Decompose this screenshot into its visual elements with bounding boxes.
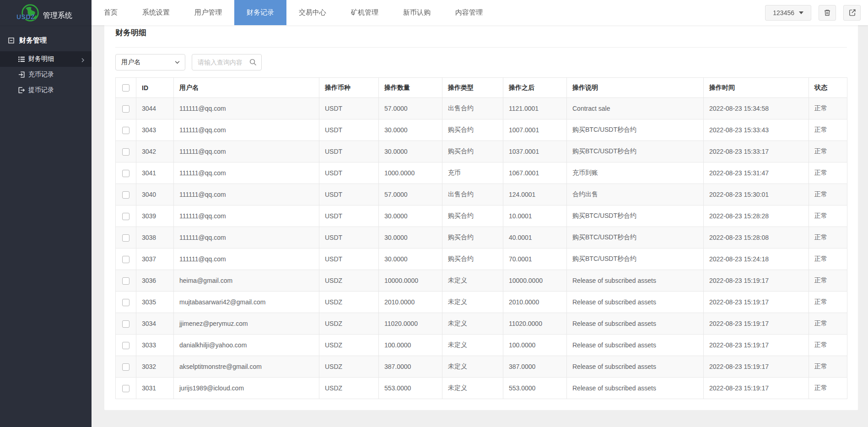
cell-id: 3042 xyxy=(136,141,174,162)
row-checkbox[interactable] xyxy=(122,213,129,220)
cell-description: Release of subscribed assets xyxy=(567,378,704,399)
column-header-status: 状态 xyxy=(809,78,847,98)
nav-item-home[interactable]: 首页 xyxy=(92,0,130,25)
cell-description: Release of subscribed assets xyxy=(567,313,704,335)
export-button[interactable] xyxy=(843,5,861,21)
nav-item-new-coin-subscription[interactable]: 新币认购 xyxy=(391,0,443,25)
cell-username: 111111@qq.com xyxy=(174,249,319,270)
cell-time: 2022-08-23 15:19:17 xyxy=(704,270,809,292)
cell-status: 正常 xyxy=(809,270,847,292)
cell-status: 正常 xyxy=(809,205,847,227)
cell-username: 111111@qq.com xyxy=(174,227,319,249)
row-checkbox[interactable] xyxy=(122,105,129,113)
cell-time: 2022-08-23 15:19:17 xyxy=(704,292,809,313)
row-checkbox-cell xyxy=(116,249,136,270)
nav-item-miner-management[interactable]: 矿机管理 xyxy=(339,0,391,25)
cell-id: 3038 xyxy=(136,227,174,249)
user-dropdown-button[interactable]: 123456 xyxy=(765,5,811,21)
sidebar-item-deposit-records[interactable]: 充币记录 xyxy=(0,67,92,82)
row-checkbox[interactable] xyxy=(122,342,129,349)
cell-status: 正常 xyxy=(809,162,847,184)
cell-status: 正常 xyxy=(809,313,847,335)
logo-text-usdz: USDZ xyxy=(16,13,35,21)
row-checkbox[interactable] xyxy=(122,385,129,392)
cell-description: 购买BTC/USDT秒合约 xyxy=(567,249,704,270)
sidebar: 财务管理 财务明细 充币记录 提币记录 xyxy=(0,25,92,427)
cell-amount: 387.0000 xyxy=(379,356,442,378)
cell-after: 1007.0001 xyxy=(503,119,567,141)
column-header-after: 操作之后 xyxy=(503,78,567,98)
row-checkbox[interactable] xyxy=(122,256,129,263)
sidebar-section-label: 财务管理 xyxy=(19,36,47,45)
nav-item-finance-records[interactable]: 财务记录 xyxy=(234,0,286,25)
cell-amount: 553.0000 xyxy=(379,378,442,399)
cell-coin: USDT xyxy=(319,184,379,205)
cell-username: akselptitmonstre@gmail.com xyxy=(174,356,319,378)
row-checkbox[interactable] xyxy=(122,170,129,177)
cell-id: 3044 xyxy=(136,98,174,119)
cell-amount: 30.0000 xyxy=(379,119,442,141)
nav-item-trade-center[interactable]: 交易中心 xyxy=(286,0,339,25)
nav-item-system-settings[interactable]: 系统设置 xyxy=(130,0,182,25)
row-checkbox[interactable] xyxy=(122,127,129,134)
row-checkbox[interactable] xyxy=(122,299,129,306)
cell-amount: 100.0000 xyxy=(379,335,442,356)
cell-after: 1037.0001 xyxy=(503,141,567,162)
cell-status: 正常 xyxy=(809,119,847,141)
chevron-down-icon xyxy=(175,61,180,64)
cell-coin: USDT xyxy=(319,249,379,270)
nav-item-content-management[interactable]: 内容管理 xyxy=(443,0,495,25)
row-checkbox-cell xyxy=(116,313,136,335)
cell-description: Contract sale xyxy=(567,98,704,119)
cell-username: jurijs1989@icloud.com xyxy=(174,378,319,399)
cell-username: 111111@qq.com xyxy=(174,184,319,205)
row-checkbox[interactable] xyxy=(122,277,129,285)
search-field-select[interactable]: 用户名 xyxy=(115,54,185,70)
cell-status: 正常 xyxy=(809,98,847,119)
cell-description: 购买BTC/USDT秒合约 xyxy=(567,141,704,162)
table-row: 3037111111@qq.comUSDT30.0000购买合约70.0001购… xyxy=(116,249,847,270)
cell-after: 100.0000 xyxy=(503,335,567,356)
sidebar-item-withdraw-records[interactable]: 提币记录 xyxy=(0,82,92,98)
row-checkbox[interactable] xyxy=(122,234,129,242)
cell-after: 10000.0000 xyxy=(503,270,567,292)
cell-coin: USDT xyxy=(319,119,379,141)
cell-after: 124.0001 xyxy=(503,184,567,205)
cell-time: 2022-08-23 15:28:28 xyxy=(704,205,809,227)
row-checkbox-cell xyxy=(116,335,136,356)
column-header-amount: 操作数量 xyxy=(379,78,442,98)
select-all-checkbox[interactable] xyxy=(122,84,129,92)
sidebar-item-label: 充币记录 xyxy=(28,70,54,79)
row-checkbox[interactable] xyxy=(122,363,129,371)
cell-id: 3036 xyxy=(136,270,174,292)
row-checkbox[interactable] xyxy=(122,320,129,328)
cell-description: Release of subscribed assets xyxy=(567,270,704,292)
sidebar-section-finance-management[interactable]: 财务管理 xyxy=(0,25,92,51)
cell-after: 1067.0001 xyxy=(503,162,567,184)
cell-after: 1121.0001 xyxy=(503,98,567,119)
cell-username: 111111@qq.com xyxy=(174,162,319,184)
top-nav: 首页 系统设置 用户管理 财务记录 交易中心 矿机管理 新币认购 内容管理 xyxy=(92,0,495,25)
table-row: 3042111111@qq.comUSDT30.0000购买合约1037.000… xyxy=(116,141,847,162)
cell-coin: USDZ xyxy=(319,356,379,378)
sidebar-item-finance-detail[interactable]: 财务明细 xyxy=(0,51,92,67)
nav-item-user-management[interactable]: 用户管理 xyxy=(182,0,234,25)
cell-coin: USDT xyxy=(319,141,379,162)
cell-username: jjimenez@perymuz.com xyxy=(174,313,319,335)
cell-after: 40.0001 xyxy=(503,227,567,249)
cell-username: danialkhilji@yahoo.com xyxy=(174,335,319,356)
search-input[interactable] xyxy=(198,59,249,66)
cell-coin: USDZ xyxy=(319,313,379,335)
cell-coin: USDT xyxy=(319,227,379,249)
row-checkbox[interactable] xyxy=(122,148,129,156)
cell-status: 正常 xyxy=(809,378,847,399)
cell-after: 387.0000 xyxy=(503,356,567,378)
cell-type: 未定义 xyxy=(442,313,503,335)
trash-button[interactable] xyxy=(819,5,836,21)
row-checkbox[interactable] xyxy=(122,191,129,199)
search-icon[interactable] xyxy=(249,59,257,66)
search-box xyxy=(192,54,262,70)
main-content: 财务明细 用户名 xyxy=(92,0,868,410)
sidebar-item-label: 提币记录 xyxy=(28,86,54,94)
table-row: 3031jurijs1989@icloud.comUSDZ553.0000未定义… xyxy=(116,378,847,399)
